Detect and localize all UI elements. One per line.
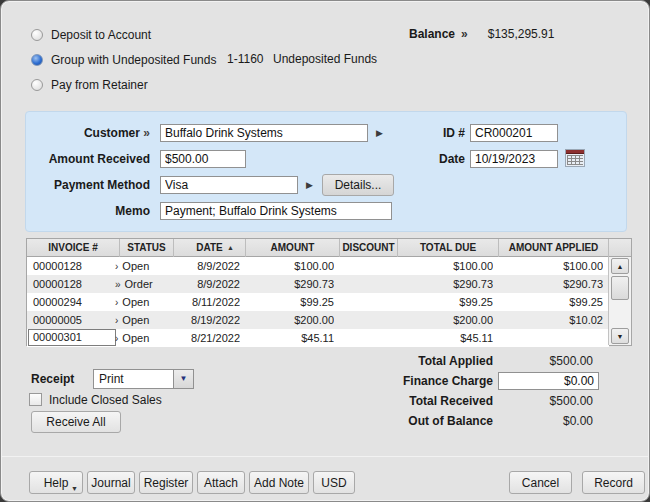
- sort-ascending-icon[interactable]: ▲: [227, 239, 234, 257]
- cell-total-due: $100.00: [398, 257, 493, 275]
- column-header-total-due[interactable]: TOTAL DUE: [398, 239, 499, 257]
- attach-button[interactable]: Attach: [197, 471, 245, 494]
- cell-amount-applied[interactable]: $99.25: [499, 293, 603, 311]
- finance-charge-input[interactable]: [498, 372, 599, 390]
- undeposited-account-number: 1-1160: [227, 52, 263, 66]
- radio-deposit-to-account[interactable]: Deposit to Account: [31, 28, 151, 42]
- cell-amount-applied[interactable]: $100.00: [499, 257, 603, 275]
- payment-method-input[interactable]: [160, 176, 298, 194]
- column-header-amount-applied[interactable]: AMOUNT APPLIED: [499, 239, 609, 257]
- scrollbar-thumb[interactable]: [611, 276, 629, 300]
- calendar-icon[interactable]: [565, 149, 585, 167]
- table-row[interactable]: 00000294 ›Open 8/11/2022 $99.25 $99.25 $…: [27, 293, 609, 311]
- table-row[interactable]: 00000301 ›Open 8/21/2022 $45.11 $45.11: [27, 329, 609, 347]
- scroll-up-icon[interactable]: ▲: [611, 258, 629, 274]
- cell-status: ›Open: [115, 329, 173, 347]
- cell-date: 8/9/2022: [174, 275, 240, 293]
- cell-total-due: $290.73: [398, 275, 493, 293]
- radio-pay-from-retainer-label: Pay from Retainer: [51, 78, 148, 92]
- details-button[interactable]: Details...: [322, 174, 394, 196]
- receipt-dropdown[interactable]: Print ▼: [93, 369, 194, 389]
- cancel-button[interactable]: Cancel: [509, 471, 572, 494]
- cell-invoice[interactable]: 00000005: [29, 311, 115, 329]
- cell-total-due: $99.25: [398, 293, 493, 311]
- cell-date: 8/9/2022: [174, 257, 240, 275]
- row-detail-arrow-icon[interactable]: ›: [115, 297, 118, 308]
- total-received-value: $500.00: [451, 391, 593, 411]
- cell-amount: $290.73: [246, 275, 334, 293]
- calendar-icon-header: [566, 150, 584, 154]
- undeposited-account-name: Undeposited Funds: [273, 52, 377, 66]
- calendar-icon-grid: [567, 155, 583, 165]
- table-scrollbar[interactable]: ▲ ▼: [608, 257, 631, 345]
- cell-discount[interactable]: [340, 311, 394, 329]
- finance-charge-label: Finance Charge: [331, 371, 493, 391]
- cell-amount: $100.00: [246, 257, 334, 275]
- cell-status: »Order: [115, 275, 173, 293]
- balance-chevron-icon[interactable]: »: [461, 27, 468, 41]
- column-header-discount[interactable]: DISCOUNT: [340, 239, 398, 257]
- radio-selected-icon[interactable]: [31, 54, 43, 66]
- cell-discount[interactable]: [340, 275, 394, 293]
- row-detail-arrow-icon[interactable]: »: [115, 279, 121, 290]
- receive-all-button[interactable]: Receive All: [31, 411, 121, 433]
- date-label: Date: [398, 150, 465, 168]
- date-input[interactable]: [470, 150, 558, 168]
- include-closed-sales-label: Include Closed Sales: [49, 393, 162, 407]
- cell-discount[interactable]: [340, 293, 394, 311]
- cell-status: ›Open: [115, 311, 173, 329]
- row-detail-arrow-icon[interactable]: ›: [115, 315, 118, 326]
- payment-method-picker-arrow-icon[interactable]: ▶: [306, 176, 313, 194]
- column-header-status[interactable]: STATUS: [120, 239, 174, 257]
- table-row[interactable]: 00000128 »Order 8/9/2022 $290.73 $290.73…: [27, 275, 609, 293]
- row-detail-arrow-icon[interactable]: ›: [115, 261, 118, 272]
- cell-discount[interactable]: [340, 257, 394, 275]
- customer-picker-arrow-icon[interactable]: ▶: [376, 124, 383, 142]
- column-header-invoice[interactable]: INVOICE #: [27, 239, 120, 257]
- cell-amount: $99.25: [246, 293, 334, 311]
- cell-amount-applied[interactable]: $10.02: [499, 311, 603, 329]
- column-header-amount[interactable]: AMOUNT: [246, 239, 340, 257]
- table-row[interactable]: 00000128 ›Open 8/9/2022 $100.00 $100.00 …: [27, 257, 609, 275]
- usd-button[interactable]: USD: [313, 471, 355, 494]
- cell-total-due: $200.00: [398, 311, 493, 329]
- cell-invoice-focused[interactable]: 00000301: [28, 329, 116, 346]
- help-button[interactable]: Help ▼: [29, 471, 83, 494]
- cell-date: 8/21/2022: [174, 329, 240, 347]
- cell-invoice[interactable]: 00000294: [29, 293, 115, 311]
- amount-received-input[interactable]: [160, 150, 246, 168]
- cell-status: ›Open: [115, 257, 173, 275]
- cell-amount-applied[interactable]: $290.73: [499, 275, 603, 293]
- cell-date: 8/19/2022: [174, 311, 240, 329]
- radio-pay-from-retainer[interactable]: Pay from Retainer: [31, 78, 148, 92]
- cell-invoice[interactable]: 00000128: [29, 257, 115, 275]
- balance-display: Balance » $135,295.91: [409, 27, 554, 41]
- table-row[interactable]: 00000005 ›Open 8/19/2022 $200.00 $200.00…: [27, 311, 609, 329]
- cell-invoice[interactable]: 00000128: [29, 275, 115, 293]
- add-note-button[interactable]: Add Note: [249, 471, 309, 494]
- journal-button[interactable]: Journal: [87, 471, 135, 494]
- register-button[interactable]: Register: [139, 471, 193, 494]
- payment-form-panel: Customer » ▶ ID # Amount Received Date P…: [25, 111, 627, 232]
- out-of-balance-value: $0.00: [451, 411, 593, 431]
- receipt-label: Receipt: [31, 372, 74, 386]
- cell-status: ›Open: [115, 293, 173, 311]
- radio-group-with-undeposited-funds[interactable]: Group with Undeposited Funds: [31, 53, 216, 67]
- invoice-table-header: INVOICE # STATUS DATE ▲ AMOUNT DISCOUNT …: [27, 239, 631, 257]
- cell-discount[interactable]: [340, 329, 394, 347]
- radio-unselected-icon[interactable]: [31, 79, 43, 91]
- cell-amount-applied[interactable]: [499, 329, 603, 347]
- scroll-down-icon[interactable]: ▼: [611, 328, 629, 344]
- cell-amount: $45.11: [246, 329, 334, 347]
- id-input[interactable]: [470, 124, 558, 142]
- radio-group-with-undeposited-funds-label: Group with Undeposited Funds: [51, 53, 216, 67]
- combo-arrow-icon[interactable]: ▼: [173, 369, 194, 389]
- include-closed-sales-checkbox[interactable]: [29, 393, 42, 406]
- radio-unselected-icon[interactable]: [31, 29, 43, 41]
- row-detail-arrow-icon[interactable]: ›: [115, 333, 118, 344]
- memo-input[interactable]: [160, 202, 392, 220]
- customer-input[interactable]: [160, 124, 368, 142]
- column-header-date[interactable]: DATE: [174, 239, 246, 257]
- customer-chevron-icon[interactable]: »: [143, 126, 150, 140]
- record-button[interactable]: Record: [582, 471, 645, 494]
